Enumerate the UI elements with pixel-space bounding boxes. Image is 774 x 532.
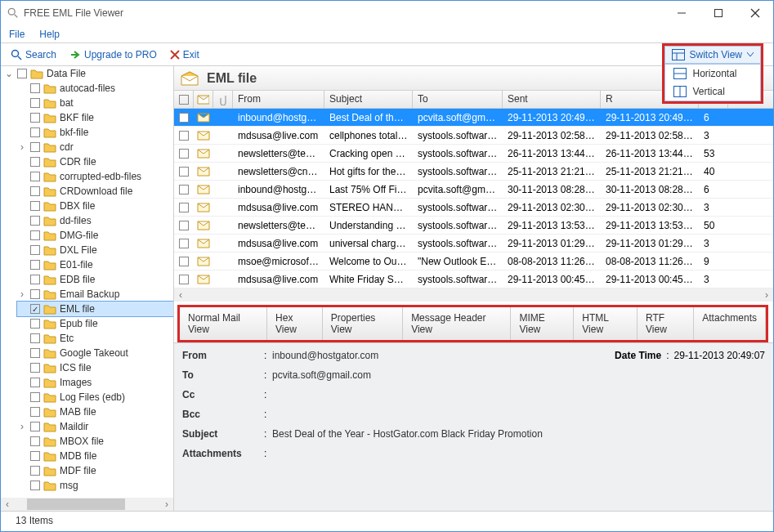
col-to[interactable]: To <box>413 91 503 108</box>
exit-button[interactable]: Exit <box>165 47 204 62</box>
row-checkbox[interactable] <box>179 167 189 177</box>
checkbox[interactable] <box>30 157 40 167</box>
row-checkbox[interactable] <box>179 221 189 230</box>
row-checkbox[interactable] <box>179 275 189 284</box>
tree-item[interactable]: MDB file <box>17 449 173 463</box>
upgrade-button[interactable]: Upgrade to PRO <box>65 47 162 62</box>
tree-item[interactable]: DMG-file <box>17 228 173 243</box>
checkbox[interactable] <box>30 201 40 211</box>
switch-vertical[interactable]: Vertical <box>665 83 760 101</box>
col-sent[interactable]: Sent <box>503 91 601 108</box>
tab[interactable]: Message Header View <box>403 307 511 340</box>
table-row[interactable]: mdsusa@live.comSTEREO HANDSFR…systools.s… <box>174 199 773 217</box>
checkbox[interactable] <box>30 363 40 373</box>
checkbox[interactable] <box>30 127 40 137</box>
tree-item[interactable]: bkf-file <box>17 125 173 140</box>
minimize-button[interactable] <box>663 1 700 25</box>
tree-item[interactable]: BKF file <box>17 110 173 125</box>
switch-horizontal[interactable]: Horizontal <box>665 65 760 83</box>
expand-icon[interactable]: › <box>17 421 27 432</box>
switch-view-button[interactable]: Switch View <box>664 46 761 64</box>
folder-tree[interactable]: ⌄ Data File autocad-filesbatBKF filebkf-… <box>1 66 173 493</box>
table-row[interactable]: newsletters@tech…Cracking open th…systoo… <box>174 145 773 163</box>
tree-item[interactable]: E01-file <box>17 257 173 272</box>
tree-item[interactable]: ›cdr <box>17 140 173 154</box>
tree-item[interactable]: CDR file <box>17 154 173 169</box>
tab[interactable]: Hex View <box>267 307 323 340</box>
tree-item[interactable]: DBX file <box>17 199 173 213</box>
checkbox[interactable] <box>30 422 40 431</box>
tree-item[interactable]: MDF file <box>17 463 173 478</box>
tree-item[interactable]: ICS file <box>17 360 173 375</box>
menu-help[interactable]: Help <box>39 29 60 40</box>
checkbox[interactable] <box>30 436 40 446</box>
checkbox[interactable] <box>30 113 40 123</box>
tree-item[interactable]: MAB file <box>17 405 173 419</box>
checkbox[interactable] <box>30 289 40 299</box>
tab[interactable]: Attachments <box>694 307 766 340</box>
checkbox[interactable] <box>30 98 40 108</box>
checkbox[interactable] <box>30 319 40 329</box>
checkbox[interactable] <box>30 245 40 255</box>
tree-item[interactable]: MBOX file <box>17 434 173 449</box>
table-row[interactable]: mdsusa@live.comcellphones total c…systoo… <box>174 127 773 145</box>
collapse-icon[interactable]: ⌄ <box>4 68 14 79</box>
row-checkbox[interactable] <box>179 113 189 123</box>
checkbox[interactable] <box>30 481 40 490</box>
tree-item[interactable]: ✓EML file <box>17 302 173 316</box>
row-checkbox[interactable] <box>179 185 189 194</box>
row-checkbox[interactable] <box>179 257 189 266</box>
tree-item[interactable]: DXL File <box>17 243 173 257</box>
checkbox[interactable] <box>30 392 40 402</box>
row-checkbox[interactable] <box>179 239 189 248</box>
tree-item[interactable]: CRDownload file <box>17 184 173 199</box>
search-button[interactable]: Search <box>6 47 61 62</box>
table-row[interactable]: mdsusa@live.comWhite Friday Sale …systoo… <box>174 270 773 288</box>
tree-item[interactable]: ›Email Backup <box>17 287 173 302</box>
col-subject[interactable]: Subject <box>324 91 413 108</box>
checkbox[interactable] <box>30 172 40 181</box>
tab[interactable]: Properties View <box>323 307 403 340</box>
col-checkbox[interactable] <box>174 91 194 108</box>
tree-hscrollbar[interactable]: ‹› <box>1 498 173 511</box>
tree-item[interactable]: dd-files <box>17 213 173 228</box>
expand-icon[interactable]: › <box>17 288 27 300</box>
col-envelope[interactable] <box>194 91 213 108</box>
checkbox[interactable] <box>30 348 40 358</box>
tree-item[interactable]: Etc <box>17 331 173 346</box>
tree-item[interactable]: Log Files (edb) <box>17 390 173 405</box>
tree-item[interactable]: Epub file <box>17 316 173 331</box>
col-attachment[interactable] <box>213 91 233 108</box>
tree-root[interactable]: ⌄ Data File <box>4 66 173 81</box>
table-row[interactable]: msoe@microsoft.c…Welcome to Outl…"New Ou… <box>174 253 773 270</box>
checkbox[interactable] <box>30 333 40 343</box>
tree-item[interactable]: corrupted-edb-files <box>17 169 173 184</box>
checkbox[interactable] <box>17 69 27 78</box>
checkbox[interactable] <box>30 378 40 387</box>
message-list[interactable]: inbound@hostga…Best Deal of the Y…pcvita… <box>174 109 773 288</box>
checkbox[interactable] <box>30 451 40 461</box>
checkbox[interactable] <box>30 186 40 196</box>
checkbox[interactable] <box>30 275 40 284</box>
menu-file[interactable]: File <box>9 29 25 40</box>
col-from[interactable]: From <box>233 91 324 108</box>
tab[interactable]: RTF View <box>638 307 694 340</box>
maximize-button[interactable] <box>700 1 736 25</box>
checkbox[interactable] <box>30 260 40 270</box>
checkbox[interactable] <box>30 407 40 417</box>
checkbox[interactable]: ✓ <box>30 304 40 314</box>
tree-item[interactable]: msg <box>17 478 173 493</box>
tab[interactable]: Normal Mail View <box>180 307 267 340</box>
checkbox[interactable] <box>30 142 40 152</box>
tree-item[interactable]: ›Maildir <box>17 419 173 434</box>
table-row[interactable]: mdsusa@live.comuniversal charger …systoo… <box>174 235 773 253</box>
tab[interactable]: HTML View <box>574 307 638 340</box>
checkbox[interactable] <box>30 83 40 93</box>
tree-item[interactable]: autocad-files <box>17 81 173 96</box>
table-row[interactable]: newsletters@tech…Understanding S…systool… <box>174 217 773 235</box>
expand-icon[interactable]: › <box>17 141 27 153</box>
list-hscrollbar[interactable]: ‹› <box>174 288 773 302</box>
checkbox[interactable] <box>30 466 40 476</box>
tab[interactable]: MIME View <box>511 307 574 340</box>
row-checkbox[interactable] <box>179 203 189 212</box>
